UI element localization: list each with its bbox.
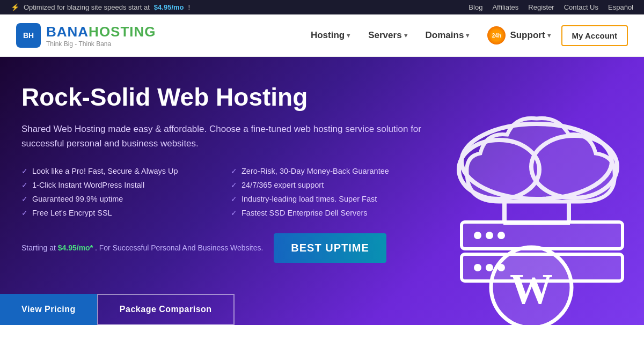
top-nav-links: Blog Affiliates Register Contact Us Espa… [469, 3, 633, 11]
logo-hosting: HOSTING [89, 24, 156, 40]
chevron-down-icon: ▾ [466, 32, 469, 39]
hero-cta-row: Starting at $4.95/mo* . For Successful P… [21, 233, 424, 263]
feature-4: ✓ 24/7/365 expert support [231, 181, 424, 189]
check-icon: ✓ [231, 167, 237, 175]
logo-text: BANA HOSTING Think Big - Think Bana [46, 24, 156, 48]
logo: BH BANA HOSTING Think Big - Think Bana [16, 23, 156, 48]
blog-link[interactable]: Blog [469, 3, 482, 11]
top-bar: ⚡ Optimized for blazing site speeds star… [0, 0, 644, 14]
best-uptime-button[interactable]: BEST UPTIME [274, 233, 386, 263]
promo-suffix: ! [188, 3, 191, 11]
check-icon: ✓ [21, 167, 28, 175]
nav-hosting[interactable]: Hosting ▾ [303, 25, 357, 46]
promo-price: $4.95/mo [154, 3, 184, 11]
logo-tagline: Think Big - Think Bana [46, 40, 156, 48]
chevron-down-icon: ▾ [547, 32, 551, 39]
register-link[interactable]: Register [528, 3, 554, 11]
lightning-icon: ⚡ [11, 3, 19, 11]
promo-message: ⚡ Optimized for blazing site speeds star… [11, 3, 190, 11]
view-pricing-button[interactable]: View Pricing [0, 294, 97, 325]
support-clock-icon: 24h [487, 26, 506, 45]
hero-title: Rock-Solid Web Hosting [21, 84, 424, 111]
affiliates-link[interactable]: Affiliates [492, 3, 518, 11]
nav-support[interactable]: 24h Support ▾ [480, 21, 558, 50]
logo-icon: BH [16, 23, 41, 48]
promo-text: Optimized for blazing site speeds start … [24, 3, 150, 11]
feature-7: ✓ Free Let's Encrypt SSL [21, 209, 215, 217]
svg-point-8 [486, 232, 493, 239]
check-icon: ✓ [231, 209, 237, 217]
check-icon: ✓ [21, 209, 28, 217]
nav-domains[interactable]: Domains ▾ [418, 25, 477, 46]
hero-section: Rock-Solid Web Hosting Shared Web Hostin… [0, 57, 644, 325]
feature-2: ✓ Zero-Risk, 30-Day Money-Back Guarantee [231, 167, 424, 175]
my-account-button[interactable]: My Account [561, 25, 628, 46]
logo-brand: BANA HOSTING [46, 24, 156, 40]
contact-link[interactable]: Contact Us [564, 3, 598, 11]
header: BH BANA HOSTING Think Big - Think Bana H… [0, 14, 644, 57]
nav-servers[interactable]: Servers ▾ [361, 25, 414, 46]
check-icon: ✓ [231, 181, 237, 189]
hero-content: Rock-Solid Web Hosting Shared Web Hostin… [21, 84, 424, 263]
starting-price: $4.95/mo* [58, 243, 93, 252]
features-grid: ✓ Look like a Pro! Fast, Secure & Always… [21, 167, 424, 217]
svg-point-11 [474, 264, 481, 271]
check-icon: ✓ [21, 195, 28, 203]
starting-price-text: Starting at $4.95/mo* . For Successful P… [21, 243, 263, 252]
check-icon: ✓ [231, 195, 237, 203]
feature-3: ✓ 1-Click Instant WordPress Install [21, 181, 215, 189]
hero-subtitle: Shared Web Hosting made easy & affordabl… [21, 122, 424, 151]
language-link[interactable]: Español [608, 3, 633, 11]
chevron-down-icon: ▾ [347, 32, 350, 39]
check-icon: ✓ [21, 181, 28, 189]
logo-bana: BANA [46, 24, 89, 40]
feature-1: ✓ Look like a Pro! Fast, Secure & Always… [21, 167, 215, 175]
svg-point-9 [497, 232, 505, 239]
main-nav: Hosting ▾ Servers ▾ Domains ▾ 24h Suppor… [303, 21, 628, 50]
svg-point-12 [486, 264, 493, 271]
feature-6: ✓ Industry-leading load times. Super Fas… [231, 195, 424, 203]
hero-illustration: W [424, 78, 644, 325]
package-comparison-button[interactable]: Package Comparison [97, 294, 235, 325]
feature-5: ✓ Guaranteed 99.9% uptime [21, 195, 215, 203]
chevron-down-icon: ▾ [404, 32, 407, 39]
feature-8: ✓ Fastest SSD Enterprise Dell Servers [231, 209, 424, 217]
bottom-cta: View Pricing Package Comparison [0, 294, 644, 325]
svg-point-7 [474, 232, 481, 239]
